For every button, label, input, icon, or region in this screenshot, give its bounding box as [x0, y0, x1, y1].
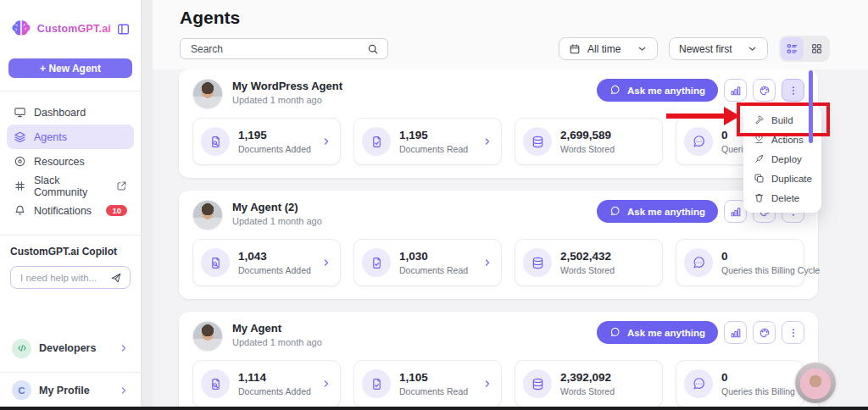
sidebar-item-resources[interactable]: Resources [7, 149, 134, 174]
agent-name: My WordPress Agent [232, 80, 342, 92]
database-icon [531, 256, 545, 270]
stat-card[interactable]: 2,502,432 Words Stored [515, 239, 663, 286]
appearance-button[interactable] [753, 79, 776, 102]
chevron-right-icon [482, 136, 492, 147]
sidebar-item-label: Agents [34, 131, 67, 143]
stat-label: Queries this Billing Cycle [721, 265, 820, 275]
agent-stats: 1,195 Documents Added 1,195 Documents Re… [192, 118, 804, 165]
code-icon [17, 343, 27, 353]
menu-item-delete[interactable]: Delete [743, 188, 821, 208]
chat-icon [609, 85, 620, 96]
stat-text: 1,195 Documents Read [399, 129, 468, 154]
menu-item-duplicate[interactable]: Duplicate [743, 169, 821, 188]
profile-avatar[interactable] [795, 363, 836, 403]
sidebar-item-slack-community[interactable]: Slack Community [7, 174, 134, 198]
brand-name: CustomGPT.ai [37, 23, 111, 35]
stat-value: 2,392,092 [560, 371, 615, 384]
sidebar-item-icon [14, 155, 26, 168]
stat-card[interactable]: 2,699,589 Words Stored [515, 118, 663, 165]
menu-item-deploy[interactable]: Deploy [743, 149, 821, 169]
sidebar-item-my-profile[interactable]: C My Profile [0, 372, 141, 400]
stat-label: Words Stored [560, 386, 615, 396]
monitor-icon [14, 106, 26, 119]
agent-card-header: My WordPress Agent Updated 1 month ago A… [192, 79, 804, 109]
scrollbar-thumb[interactable] [809, 70, 813, 143]
stat-label: Documents Read [399, 144, 468, 154]
ask-me-anything-button[interactable]: Ask me anything [597, 79, 718, 102]
ask-me-anything-button[interactable]: Ask me anything [597, 200, 718, 223]
stat-text: 2,502,432 Words Stored [560, 250, 615, 275]
stat-card[interactable]: 2,392,092 Words Stored [515, 360, 663, 407]
sidebar-item-notifications[interactable]: Notifications 10 [7, 198, 134, 223]
more-button[interactable] [782, 321, 804, 344]
stat-card[interactable]: 1,114 Documents Added [192, 360, 341, 407]
deploy-icon [754, 153, 765, 164]
appearance-button[interactable] [753, 321, 776, 344]
list-view-button[interactable] [781, 37, 804, 60]
analytics-button[interactable] [724, 79, 747, 102]
stat-card[interactable]: 1,030 Documents Read [353, 239, 502, 286]
slack-icon [14, 180, 26, 192]
stat-icon [523, 127, 552, 156]
agent-name: My Agent (2) [232, 201, 322, 213]
agent-updated-text: Updated 1 month ago [232, 216, 322, 226]
chat-icon [609, 206, 620, 217]
agent-name: My Agent [232, 322, 322, 335]
sidebar: CustomGPT.ai + New Agent Dashboard Agent… [0, 0, 142, 407]
chevron-down-icon [637, 43, 648, 54]
ask-me-anything-button[interactable]: Ask me anything [597, 321, 718, 344]
sidebar-item-agents[interactable]: Agents [7, 125, 134, 149]
menu-item-label: Actions [771, 135, 804, 145]
chevron-right-icon [119, 385, 129, 396]
bar-chart-icon [730, 327, 742, 339]
chevron-right-icon [482, 379, 492, 389]
agent-card: My Agent Updated 1 month ago Ask me anyt… [179, 312, 818, 410]
notification-badge: 10 [106, 205, 127, 217]
sort-dropdown[interactable]: Newest first [669, 37, 768, 60]
stat-icon [523, 248, 552, 277]
stat-card[interactable]: 1,195 Documents Read [353, 118, 502, 165]
agent-avatar [192, 321, 223, 352]
sidebar-item-dashboard[interactable]: Dashboard [7, 100, 134, 125]
new-agent-button[interactable]: + New Agent [8, 58, 132, 78]
stat-card[interactable]: 1,043 Documents Added [192, 239, 341, 286]
menu-item-icon [754, 114, 765, 125]
sidebar-item-developers[interactable]: Developers [0, 335, 141, 361]
time-filter-dropdown[interactable]: All time [559, 37, 658, 60]
chat-icon [609, 85, 620, 96]
copilot-input[interactable] [19, 272, 105, 284]
stat-icon [201, 248, 230, 277]
database-icon [531, 377, 545, 391]
stat-text: 2,392,092 Words Stored [560, 371, 615, 396]
stat-card[interactable]: 1,105 Documents Read [353, 360, 502, 407]
chevron-right-icon [321, 136, 331, 147]
sidebar-nav: Dashboard Agents Resources Slack Communi… [0, 91, 141, 223]
agent-avatar [192, 200, 223, 230]
collapse-sidebar-button[interactable] [116, 22, 131, 36]
stat-card[interactable]: 0 Queries this Billing Cycle [676, 239, 804, 286]
stat-card[interactable]: 0 Queries this Billing Cycle [676, 360, 804, 407]
stat-value: 2,502,432 [560, 250, 615, 263]
document-search-icon [209, 256, 223, 270]
chevron-right-icon [321, 258, 331, 268]
menu-item-icon [754, 192, 765, 203]
send-icon-button[interactable] [110, 272, 122, 284]
agent-actions: Ask me anything [597, 79, 804, 102]
stat-card[interactable]: 1,195 Documents Added [192, 118, 341, 165]
agent-stats: 1,114 Documents Added 1,105 Documents Re… [192, 360, 804, 407]
stat-text: 1,114 Documents Added [238, 371, 311, 396]
stat-icon [201, 127, 230, 156]
disc-icon [14, 155, 26, 168]
agent-card-header: My Agent Updated 1 month ago Ask me anyt… [192, 321, 804, 352]
stat-label: Documents Read [399, 386, 468, 396]
chat-bubble-icon [692, 135, 706, 149]
search-input[interactable] [189, 42, 360, 56]
analytics-button[interactable] [724, 321, 747, 344]
menu-item-icon [754, 173, 765, 184]
stat-text: 1,105 Documents Read [399, 371, 468, 396]
agent-identity: My Agent (2) Updated 1 month ago [232, 200, 322, 226]
grid-view-button[interactable] [805, 37, 828, 60]
more-button[interactable] [782, 79, 804, 102]
sidebar-item-icon [14, 204, 26, 217]
page-header: Agents All time Newest first [153, 0, 868, 69]
